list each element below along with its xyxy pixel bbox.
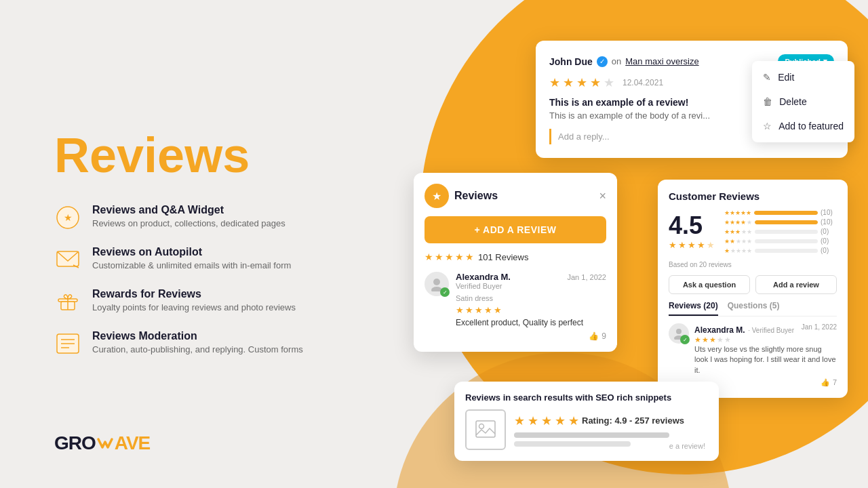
feature-item-moderation: Reviews Moderation Curation, auto-publis…: [54, 330, 407, 357]
seo-content: ★ ★ ★ ★ ★ Rating: 4.9 - 257 reviews e a …: [465, 409, 708, 450]
rs-5: ★: [707, 240, 715, 250]
reviews-count-row: ★ ★ ★ ★ ★ 101 Reviews: [425, 251, 606, 262]
product-link[interactable]: Man maxi oversize: [625, 56, 698, 66]
us-1: ★: [456, 305, 464, 315]
reviews-count: 101 Reviews: [478, 252, 528, 262]
autopilot-icon: [54, 246, 81, 273]
context-menu: ✎ Edit 🗑 Delete ☆ Add to featured: [752, 61, 854, 142]
crs-3: ★: [709, 336, 716, 344]
star-1: ★: [549, 75, 560, 90]
cr-thumbs-icon: 👍: [821, 378, 830, 387]
seo-s5: ★: [568, 413, 579, 428]
feature-title-autopilot: Reviews on Autopilot: [92, 246, 291, 258]
rs-3: ★: [688, 240, 696, 250]
feature-text-autopilot: Reviews on Autopilot Customizable & unli…: [92, 246, 291, 272]
menu-item-edit[interactable]: ✎ Edit: [752, 65, 854, 89]
rating-big: 4.5: [669, 211, 715, 240]
cr-review-item: ✓ Alexandra M. · Verified Buyer Jan 1, 2…: [669, 323, 837, 387]
crs-4: ★: [717, 336, 724, 344]
feature-item-autopilot: Reviews on Autopilot Customizable & unli…: [54, 246, 407, 273]
count-4: (10): [821, 218, 837, 226]
cr-stars: ★ ★ ★ ★ ★: [694, 336, 837, 344]
feature-text-rewards: Rewards for Reviews Loyalty points for l…: [92, 288, 296, 314]
add-review-cr-button[interactable]: Add a review: [755, 275, 837, 294]
count-2: (0): [821, 237, 837, 245]
logo-gro: GRO: [54, 432, 96, 454]
widget-star-icon: ★: [425, 184, 449, 208]
menu-featured-label: Add to featured: [778, 121, 844, 131]
svg-rect-15: [476, 421, 495, 437]
cr-reviewer-name: Alexandra M.: [694, 325, 745, 335]
moderation-icon: [54, 330, 81, 357]
star-row-1: ★★★★★ (0): [724, 247, 837, 254]
reviews-widget-card: ★ Reviews × + ADD A REVIEW ★ ★ ★ ★ ★ 101…: [414, 173, 617, 352]
logo-wave: AVE: [115, 432, 151, 454]
svg-point-11: [433, 279, 440, 285]
ss-5: ★: [465, 251, 474, 262]
seo-stars-row: ★ ★ ★ ★ ★ Rating: 4.9 - 257 reviews: [514, 413, 708, 428]
review-date: 12.04.2021: [623, 78, 663, 87]
feature-text-widget: Reviews and Q&A Widget Reviews on produc…: [92, 204, 285, 230]
ss-3: ★: [445, 251, 454, 262]
rs-1: ★: [669, 240, 677, 250]
seo-bar-2: [514, 441, 631, 447]
add-review-button[interactable]: + ADD A REVIEW: [425, 216, 606, 243]
user-avatar: ✓: [425, 272, 449, 296]
count-5: (10): [821, 209, 837, 216]
customer-reviews-card: Customer Reviews 4.5 ★ ★ ★ ★ ★ ★★★★★ (10…: [658, 180, 848, 398]
seo-title: Reviews in search results with SEO rich …: [465, 392, 708, 403]
tab-questions[interactable]: Questions (5): [728, 301, 780, 316]
star-row-3: ★★★★★ (0): [724, 228, 837, 235]
crs-2: ★: [702, 336, 709, 344]
rating-summary: 4.5 ★ ★ ★ ★ ★ ★★★★★ (10) ★★★★★: [669, 209, 837, 254]
svg-point-16: [479, 424, 484, 429]
page-heading: Reviews: [54, 131, 407, 180]
star-4: ★: [590, 75, 601, 90]
cr-buttons: Ask a question Add a review: [669, 275, 837, 294]
us-4: ★: [484, 305, 492, 315]
thumbs-up-icon: 👍: [589, 331, 599, 341]
crs-5: ★: [724, 336, 731, 344]
logo: GRO AVE: [54, 432, 150, 454]
rs-2: ★: [678, 240, 686, 250]
menu-item-delete[interactable]: 🗑 Delete: [752, 89, 854, 114]
user-details: Alexandra M. Jan 1, 2022 Verified Buyer …: [456, 272, 606, 341]
star-5: ★: [604, 75, 614, 90]
left-panel: Reviews ★ Reviews and Q&A Widget Reviews…: [54, 0, 407, 488]
summary-stars: ★ ★ ★ ★ ★: [425, 251, 474, 262]
based-on: Based on 20 reviews: [669, 261, 837, 268]
seo-image-placeholder: [465, 409, 506, 450]
cr-reviewer-details: Alexandra M. · Verified Buyer Jan 1, 202…: [694, 323, 837, 387]
cr-title: Customer Reviews: [669, 190, 837, 202]
featured-icon: ☆: [763, 121, 772, 131]
review-user-card: ✓ Alexandra M. Jan 1, 2022 Verified Buye…: [425, 272, 606, 341]
reviewer-name: John Due: [549, 56, 593, 67]
close-button[interactable]: ×: [599, 189, 606, 203]
like-row: 👍 9: [456, 331, 606, 341]
seo-card: Reviews in search results with SEO rich …: [454, 382, 719, 461]
tab-reviews[interactable]: Reviews (20): [669, 301, 718, 316]
star-row-5: ★★★★★ (10): [724, 209, 837, 216]
feature-item-rewards: Rewards for Reviews Loyalty points for l…: [54, 288, 407, 315]
product-name-tag: Satin dress: [456, 294, 606, 302]
feature-item-widget: ★ Reviews and Q&A Widget Reviews on prod…: [54, 204, 407, 231]
menu-item-featured[interactable]: ☆ Add to featured: [752, 114, 854, 138]
reviewer-status: Verified Buyer: [456, 282, 606, 290]
menu-edit-label: Edit: [778, 72, 794, 83]
avatar-verified-icon: ✓: [440, 287, 450, 297]
review-user-date: Jan 1, 2022: [568, 273, 607, 281]
feature-title-widget: Reviews and Q&A Widget: [92, 204, 285, 216]
feature-desc-autopilot: Customizable & unlimited emails with in-…: [92, 260, 291, 272]
reviewer-user-name: Alexandra M.: [456, 272, 511, 282]
cr-avatar-verified: ✓: [680, 335, 690, 344]
seo-s1: ★: [514, 413, 525, 428]
seo-rating-text: Rating: 4.9 - 257 reviews: [582, 415, 684, 426]
cr-tabs: Reviews (20) Questions (5): [669, 301, 837, 317]
reviewer-name-section: John Due ✓ on Man maxi oversize: [549, 56, 699, 67]
delete-icon: 🗑: [763, 96, 772, 107]
rewards-icon: [54, 288, 81, 315]
verified-icon: ✓: [597, 56, 608, 67]
seo-s4: ★: [555, 413, 566, 428]
ask-question-button[interactable]: Ask a question: [669, 275, 750, 294]
widget-header: ★ Reviews ×: [425, 184, 606, 208]
